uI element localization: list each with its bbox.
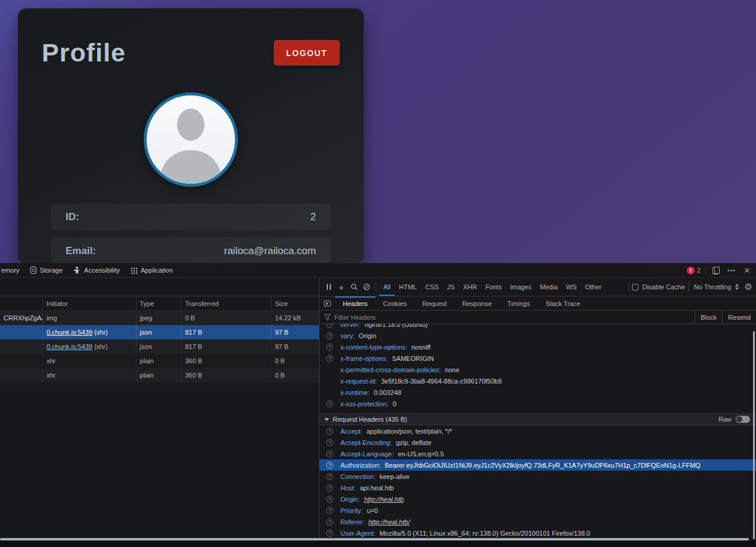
filter-ws[interactable]: WS xyxy=(562,278,581,296)
detail-tab-stack-trace[interactable]: Stack Trace xyxy=(538,296,588,310)
raw-toggle[interactable] xyxy=(736,416,750,423)
help-icon[interactable]: ? xyxy=(326,400,333,407)
logout-button[interactable]: LOGOUT xyxy=(274,40,340,66)
help-icon[interactable]: ? xyxy=(326,484,333,492)
request-row[interactable]: xhrplain360 B0 B xyxy=(0,354,319,368)
header-row[interactable]: ?Priorityu=0 xyxy=(320,505,756,516)
filter-xhr[interactable]: XHR xyxy=(459,278,481,296)
header-row[interactable]: ?x-content-type-optionsnosniff xyxy=(320,341,756,353)
request-headers-section[interactable]: Request Headers (435 B) Raw xyxy=(320,413,756,425)
column-header-transferred[interactable]: Transferred xyxy=(181,296,271,310)
filter-fonts[interactable]: Fonts xyxy=(481,278,506,296)
help-icon[interactable]: ? xyxy=(326,507,333,514)
filter-other[interactable]: Other xyxy=(581,278,606,296)
column-header-initiator[interactable]: Initiator xyxy=(43,296,137,310)
block-button[interactable]: Block xyxy=(695,311,722,323)
filter-html[interactable]: HTML xyxy=(395,278,421,296)
column-header-file[interactable] xyxy=(0,296,43,310)
header-row[interactable]: ?User-AgentMozilla/5.0 (X11; Linux x86_6… xyxy=(320,527,756,539)
header-row[interactable]: ?Acceptapplication/json, text/plain, */* xyxy=(320,425,756,437)
details-tabbar: HeadersCookiesRequestResponseTimingsStac… xyxy=(320,296,756,311)
detail-tab-cookies[interactable]: Cookies xyxy=(376,296,415,310)
close-devtools-button[interactable]: ✕ xyxy=(742,265,752,276)
filter-media[interactable]: Media xyxy=(535,278,562,296)
request-row[interactable]: 0.chunk.js:5439(xhr)json817 B97 B xyxy=(0,325,319,339)
resend-button[interactable]: Resend xyxy=(722,311,756,323)
avatar xyxy=(144,92,238,187)
filter-all[interactable]: All xyxy=(379,278,395,296)
initiator-link[interactable]: 0.chunk.js:5439 xyxy=(47,329,92,336)
filter-js[interactable]: JS xyxy=(443,278,459,296)
header-row[interactable]: ?Refererhttp://heal.htb/ xyxy=(320,516,756,527)
help-icon[interactable]: ? xyxy=(326,496,333,503)
headers-panel[interactable]: ?servernginx/1.18.0 (Ubuntu)?varyOrigin?… xyxy=(320,324,756,540)
detail-tab-request[interactable]: Request xyxy=(414,296,454,310)
devtools-tab-accessibility[interactable]: Accessibility xyxy=(68,263,125,277)
filter-css[interactable]: CSS xyxy=(421,278,443,296)
block-requests-button[interactable] xyxy=(360,278,373,296)
header-row[interactable]: ?Originhttp://heal.htb xyxy=(320,493,756,505)
cell-size: 97 B xyxy=(271,339,319,354)
header-value-link[interactable]: http://heal.htb/ xyxy=(368,518,410,526)
header-row[interactable]: ?servernginx/1.18.0 (Ubuntu) xyxy=(320,324,756,330)
detail-tab-timings[interactable]: Timings xyxy=(500,296,538,310)
header-row[interactable]: ?x-runtime0.003248 xyxy=(320,387,756,398)
header-row[interactable]: ?x-permitted-cross-domain-policiesnone xyxy=(320,364,756,375)
devtools-menu-button[interactable]: ••• xyxy=(726,265,737,276)
header-row[interactable]: ?Connectionkeep-alive xyxy=(320,471,756,482)
header-row[interactable]: ?Hostapi.heal.htb xyxy=(320,482,756,493)
throttling-dropdown[interactable]: No Throttling xyxy=(692,283,741,291)
request-row[interactable]: xhrplain360 B0 B xyxy=(0,368,319,382)
detail-tab-response[interactable]: Response xyxy=(454,296,500,310)
disable-cache-checkbox[interactable]: Disable Cache xyxy=(632,283,685,291)
network-settings-button[interactable]: ⚙ xyxy=(745,282,752,292)
header-row[interactable]: ?Accept-Languageen-US,en;q=0.5 xyxy=(320,448,756,459)
header-row[interactable]: ?Accept-Encodinggzip, deflate xyxy=(320,437,756,448)
devtools-tab-emory[interactable]: emory xyxy=(1,263,25,277)
responsive-design-mode-button[interactable] xyxy=(711,265,721,276)
header-value-link[interactable]: http://heal.htb xyxy=(364,496,404,503)
help-icon[interactable]: ? xyxy=(326,344,333,351)
header-row[interactable]: ?x-xss-protection0 xyxy=(320,398,756,409)
column-header-size[interactable]: Size xyxy=(271,296,319,310)
filter-headers-input[interactable]: Filter Headers xyxy=(334,314,376,321)
devtools-tab-storage[interactable]: Storage xyxy=(25,263,69,277)
help-icon[interactable]: ? xyxy=(326,332,333,339)
new-request-button[interactable]: + xyxy=(335,278,348,296)
error-count-badge[interactable]: ! 2 xyxy=(687,267,701,274)
header-row[interactable]: ?varyOrigin xyxy=(320,330,756,341)
request-row[interactable]: CRRXhpZgAASimgjpeg0 B14.22 kB xyxy=(0,311,319,325)
horizontal-scrollbar[interactable] xyxy=(0,538,749,540)
devtools-tab-application[interactable]: Application xyxy=(125,263,178,277)
pause-requests-button[interactable] xyxy=(323,278,335,296)
help-icon[interactable]: ? xyxy=(326,439,333,446)
request-row[interactable]: 0.chunk.js:5439(xhr)json817 B97 B xyxy=(0,339,319,354)
header-value: nosniff xyxy=(411,344,430,351)
header-row[interactable]: ?x-frame-optionsSAMEORIGIN xyxy=(320,353,756,364)
header-value: 0.003248 xyxy=(374,389,401,396)
header-name: Connection xyxy=(340,473,376,480)
detail-tab-headers[interactable]: Headers xyxy=(335,296,376,310)
help-icon[interactable]: ? xyxy=(326,473,333,480)
help-icon[interactable]: ? xyxy=(326,355,333,362)
help-icon[interactable]: ? xyxy=(326,450,333,458)
vertical-scrollbar[interactable] xyxy=(753,331,755,539)
initiator-link[interactable]: 0.chunk.js:5439 xyxy=(47,343,92,350)
split-panel-toggle-button[interactable] xyxy=(320,296,335,310)
toggle-knob xyxy=(736,416,742,422)
help-icon[interactable]: ? xyxy=(326,462,333,469)
cell-size: 14.22 kB xyxy=(271,311,319,325)
header-row[interactable]: ?AuthorizationBearer eyJhbGciOiJIUzI1NiJ… xyxy=(320,459,756,471)
header-row[interactable]: ?x-request-id3e5f18c9-3ba8-4964-88ca-c98… xyxy=(320,375,756,387)
checkbox-icon xyxy=(632,284,639,291)
search-button[interactable] xyxy=(348,278,360,296)
column-header-type[interactable]: Type xyxy=(137,296,182,310)
help-icon[interactable]: ? xyxy=(326,518,333,526)
storage-icon xyxy=(30,267,36,274)
help-icon[interactable]: ? xyxy=(326,324,333,328)
help-icon[interactable]: ? xyxy=(326,530,333,537)
request-list-toolbar-spacer xyxy=(0,278,319,296)
help-icon[interactable]: ? xyxy=(326,428,333,435)
cell-size: 0 B xyxy=(271,368,319,382)
filter-images[interactable]: Images xyxy=(506,278,535,296)
